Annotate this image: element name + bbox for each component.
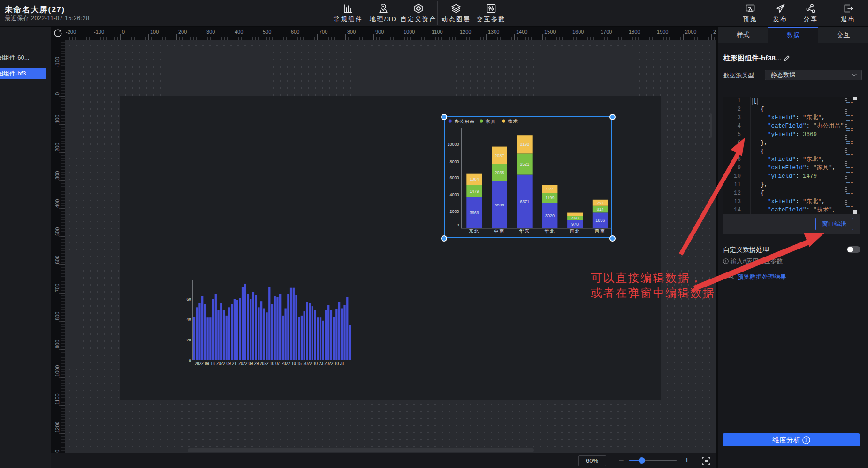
svg-text:2022-09-29: 2022-09-29 bbox=[239, 361, 259, 366]
svg-text:2022-10-07: 2022-10-07 bbox=[260, 361, 280, 366]
svg-text:2022-09-13: 2022-09-13 bbox=[195, 361, 215, 366]
svg-text:60: 60 bbox=[186, 297, 191, 302]
svg-text:20: 20 bbox=[186, 338, 191, 342]
svg-text:40: 40 bbox=[186, 317, 191, 322]
svg-text:2022-10-15: 2022-10-15 bbox=[282, 361, 302, 366]
svg-text:0: 0 bbox=[189, 358, 191, 363]
svg-text:2022-10-31: 2022-10-31 bbox=[325, 361, 345, 366]
svg-text:2022-09-21: 2022-09-21 bbox=[216, 361, 236, 366]
svg-text:2022-10-23: 2022-10-23 bbox=[304, 361, 324, 366]
